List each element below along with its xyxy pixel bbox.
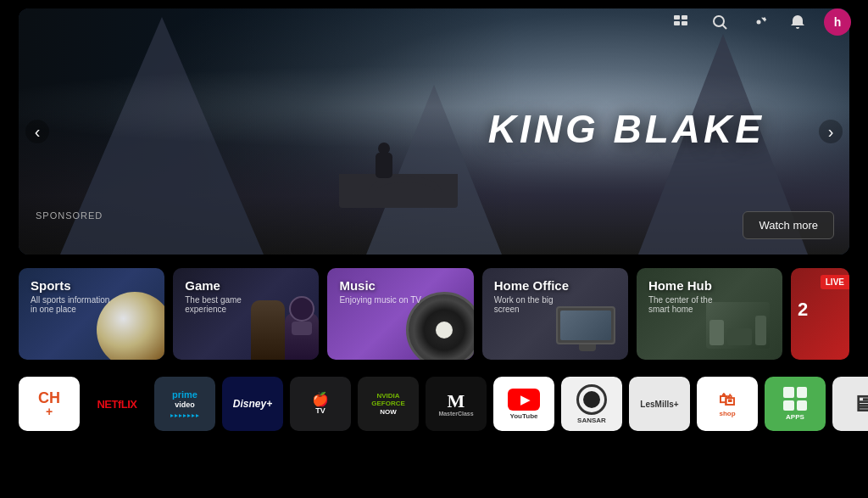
svg-line-5 (723, 25, 727, 30)
bridge-decor (339, 174, 458, 208)
netflix-label: NETfLIX (97, 399, 136, 410)
category-homehub-sublabel: The center of the smart home (648, 295, 733, 314)
watch-more-button[interactable]: Watch more (743, 211, 834, 239)
category-music-label: Music (339, 278, 376, 293)
svg-rect-1 (682, 15, 687, 20)
svg-point-4 (714, 16, 724, 26)
svg-rect-2 (674, 21, 680, 25)
bell-icon[interactable] (785, 9, 810, 35)
grid-icon[interactable] (668, 9, 693, 35)
app-apple-tv[interactable]: 🍎 TV (290, 377, 351, 431)
shoptv-label: 🛍 shop (719, 390, 736, 417)
category-game-label: Game (185, 278, 220, 293)
category-music[interactable]: Music Enjoying music on TV (327, 268, 473, 360)
category-sports-label: Sports (31, 278, 71, 293)
app-masterclass[interactable]: M MasterClass (426, 377, 487, 431)
app-shoptv[interactable]: 🛍 shop (697, 377, 758, 431)
app-geforce-now[interactable]: NVIDIA GEFORCE NOW (358, 377, 419, 431)
live-number: 2 (798, 299, 808, 321)
category-homeoffice-sublabel: Work on the big screen (494, 295, 579, 314)
horseman-decor (376, 153, 392, 178)
geforce-label: NVIDIA GEFORCE NOW (371, 392, 405, 417)
app-disney-plus[interactable]: Disney+ (222, 377, 283, 431)
hero-prev-button[interactable]: ‹ (25, 120, 49, 143)
category-game[interactable]: Game The best game experience (173, 268, 319, 360)
app-youtube[interactable]: ▶ YouTube (493, 377, 554, 431)
avatar[interactable]: h (824, 8, 851, 36)
app-netflix[interactable]: NETfLIX (86, 377, 147, 431)
svg-rect-0 (674, 15, 680, 20)
sansar-label: SANSAR (576, 384, 607, 424)
category-music-sublabel: Enjoying music on TV (339, 295, 421, 305)
categories-row: Sports All sports information in one pla… (19, 268, 849, 360)
screen-icon: 🖥 (852, 391, 868, 417)
app-prime-video[interactable]: prime video ▸▸▸▸▸▸▸ (154, 377, 215, 431)
category-game-sublabel: The best game experience (185, 295, 270, 314)
app-sansar[interactable]: SANSAR (561, 377, 622, 431)
prime-label: prime video ▸▸▸▸▸▸▸ (170, 389, 200, 419)
app-lesmills[interactable]: LesMills+ (629, 377, 690, 431)
appletv-label: 🍎 TV (312, 393, 329, 415)
hero-sponsored: SPONSORED (36, 210, 103, 221)
hero-title: KING BLAKE (488, 106, 765, 152)
category-homehub-label: Home Hub (648, 278, 712, 293)
top-bar: h (0, 0, 868, 44)
disney-label: Disney+ (233, 398, 272, 410)
category-homehub[interactable]: Home Hub The center of the smart home (637, 268, 782, 360)
search-icon[interactable] (707, 9, 732, 35)
youtube-label: ▶ YouTube (508, 389, 540, 420)
category-sports[interactable]: Sports All sports information in one pla… (19, 268, 164, 360)
category-live[interactable]: LIVE 2 (791, 268, 849, 360)
hero-banner: KING BLAKE SPONSORED Watch more ‹ › (19, 8, 849, 255)
category-sports-sublabel: All sports information in one place (31, 295, 115, 314)
masterclass-label: M MasterClass (438, 392, 473, 417)
live-badge: LIVE (821, 275, 849, 289)
settings-icon[interactable] (746, 9, 771, 35)
app-ch-label: CH (38, 390, 60, 406)
category-homeoffice-label: Home Office (494, 278, 569, 293)
category-homeoffice[interactable]: Home Office Work on the big screen (482, 268, 628, 360)
apps-label: APPS (783, 387, 807, 421)
app-screen-cast[interactable]: 🖥 (832, 377, 868, 431)
apps-row: CH + NETfLIX prime video ▸▸▸▸▸▸▸ Disney+… (19, 373, 849, 434)
app-ch-plus[interactable]: CH + (19, 377, 80, 431)
hero-next-button[interactable]: › (819, 120, 843, 143)
app-ch-plus-sign: + (46, 406, 53, 417)
app-apps[interactable]: APPS (765, 377, 826, 431)
svg-rect-3 (682, 21, 687, 25)
lesmills-label: LesMills+ (640, 400, 678, 409)
